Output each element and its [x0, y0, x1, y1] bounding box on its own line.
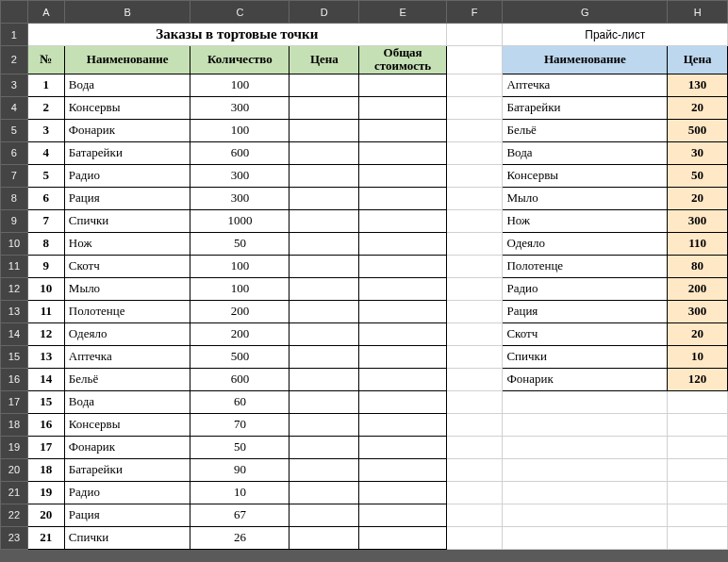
cell-F4[interactable] [446, 96, 503, 119]
col-header-H[interactable]: H [668, 1, 728, 24]
order-price[interactable] [290, 119, 359, 141]
order-num[interactable]: 18 [27, 458, 64, 481]
pricelist-price[interactable]: 300 [668, 300, 728, 322]
cell-F16[interactable] [446, 368, 503, 390]
cell-F18[interactable] [446, 413, 503, 436]
order-name[interactable]: Радио [64, 481, 190, 504]
order-price[interactable] [290, 345, 359, 368]
order-total[interactable] [359, 187, 447, 209]
cell-F8[interactable] [446, 187, 503, 209]
row-header-11[interactable]: 11 [1, 255, 28, 277]
pricelist-name[interactable]: Нож [503, 209, 668, 232]
order-num[interactable]: 13 [27, 345, 64, 368]
pricelist-price[interactable]: 120 [668, 368, 728, 390]
row-header-6[interactable]: 6 [1, 141, 28, 164]
order-total[interactable] [359, 209, 447, 232]
order-total[interactable] [359, 141, 447, 164]
order-qty[interactable]: 500 [190, 345, 290, 368]
row-header-9[interactable]: 9 [1, 209, 28, 232]
pricelist-price[interactable]: 200 [668, 277, 728, 300]
pricelist-price[interactable]: 130 [668, 74, 728, 96]
order-total[interactable] [359, 526, 447, 549]
row-header-16[interactable]: 16 [1, 368, 28, 390]
order-name[interactable]: Батарейки [64, 141, 190, 164]
order-price[interactable] [290, 232, 359, 255]
order-name[interactable]: Нож [64, 232, 190, 255]
cell-F17[interactable] [446, 390, 503, 413]
order-name[interactable]: Скотч [64, 255, 190, 277]
order-name[interactable]: Радио [64, 164, 190, 187]
order-num[interactable]: 2 [27, 96, 64, 119]
order-num[interactable]: 19 [27, 481, 64, 504]
order-num[interactable]: 16 [27, 413, 64, 436]
cell-H17[interactable] [668, 390, 728, 413]
order-price[interactable] [290, 413, 359, 436]
pricelist-price[interactable]: 10 [668, 345, 728, 368]
cell-H19[interactable] [668, 436, 728, 458]
order-name[interactable]: Консервы [64, 96, 190, 119]
pricelist-price[interactable]: 300 [668, 209, 728, 232]
col-header-F[interactable]: F [446, 1, 503, 24]
row-header-17[interactable]: 17 [1, 390, 28, 413]
order-qty[interactable]: 50 [190, 436, 290, 458]
pricelist-price[interactable]: 500 [668, 119, 728, 141]
order-total[interactable] [359, 322, 447, 345]
order-num[interactable]: 14 [27, 368, 64, 390]
order-num[interactable]: 7 [27, 209, 64, 232]
orders-hdr-qty[interactable]: Количество [190, 46, 290, 74]
order-total[interactable] [359, 481, 447, 504]
pricelist-name[interactable]: Радио [503, 277, 668, 300]
order-num[interactable]: 6 [27, 187, 64, 209]
col-header-G[interactable]: G [503, 1, 668, 24]
order-qty[interactable]: 300 [190, 164, 290, 187]
row-header-13[interactable]: 13 [1, 300, 28, 322]
row-header-21[interactable]: 21 [1, 481, 28, 504]
order-total[interactable] [359, 74, 447, 96]
order-num[interactable]: 12 [27, 322, 64, 345]
order-num[interactable]: 9 [27, 255, 64, 277]
order-num[interactable]: 4 [27, 141, 64, 164]
pricelist-price[interactable]: 30 [668, 141, 728, 164]
pricelist-name[interactable]: Скотч [503, 322, 668, 345]
order-name[interactable]: Спички [64, 209, 190, 232]
order-total[interactable] [359, 277, 447, 300]
order-qty[interactable]: 300 [190, 187, 290, 209]
cell-H22[interactable] [668, 504, 728, 526]
order-name[interactable]: Спички [64, 526, 190, 549]
order-qty[interactable]: 200 [190, 300, 290, 322]
pricelist-name[interactable]: Консервы [503, 164, 668, 187]
cell-F6[interactable] [446, 141, 503, 164]
order-qty[interactable]: 67 [190, 504, 290, 526]
order-total[interactable] [359, 119, 447, 141]
cell-F14[interactable] [446, 322, 503, 345]
order-price[interactable] [290, 436, 359, 458]
order-price[interactable] [290, 300, 359, 322]
pricelist-name[interactable]: Вода [503, 141, 668, 164]
order-num[interactable]: 21 [27, 526, 64, 549]
order-qty[interactable]: 100 [190, 119, 290, 141]
pricelist-name[interactable]: Фонарик [503, 368, 668, 390]
col-header-D[interactable]: D [290, 1, 359, 24]
cell-G21[interactable] [503, 481, 668, 504]
pricelist-price[interactable]: 20 [668, 96, 728, 119]
order-name[interactable]: Мыло [64, 277, 190, 300]
select-all-corner[interactable] [1, 1, 28, 24]
order-total[interactable] [359, 255, 447, 277]
order-total[interactable] [359, 96, 447, 119]
orders-hdr-price[interactable]: Цена [290, 46, 359, 74]
order-total[interactable] [359, 345, 447, 368]
orders-hdr-total[interactable]: Общая стоимость [359, 46, 447, 74]
cell-F11[interactable] [446, 255, 503, 277]
order-num[interactable]: 11 [27, 300, 64, 322]
row-header-1[interactable]: 1 [1, 24, 28, 46]
cell-F20[interactable] [446, 458, 503, 481]
orders-hdr-num[interactable]: № [27, 46, 64, 74]
order-qty[interactable]: 60 [190, 390, 290, 413]
order-name[interactable]: Батарейки [64, 458, 190, 481]
row-header-2[interactable]: 2 [1, 46, 28, 74]
order-qty[interactable]: 600 [190, 368, 290, 390]
order-total[interactable] [359, 164, 447, 187]
cell-F22[interactable] [446, 504, 503, 526]
cell-G23[interactable] [503, 526, 668, 549]
order-num[interactable]: 20 [27, 504, 64, 526]
